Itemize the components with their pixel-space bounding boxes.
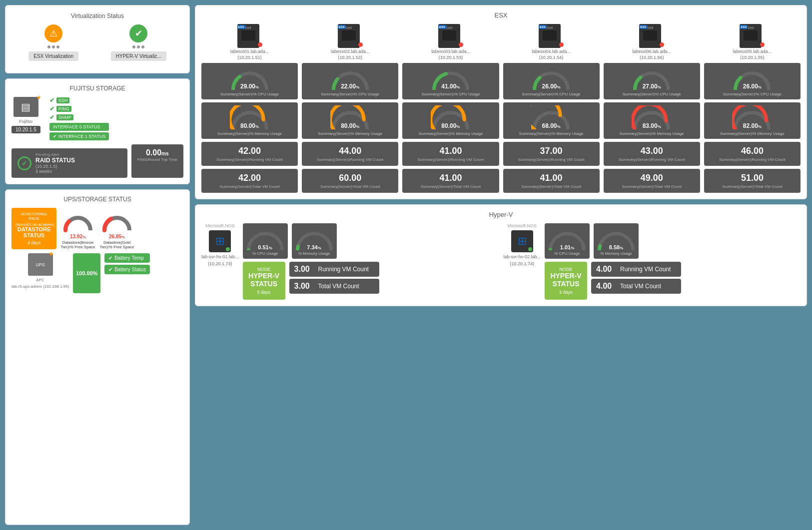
mem-metric-3: 68.00% Summary(Server)\% Memory Usage	[503, 102, 600, 139]
ping-value: 0.00ms	[137, 148, 177, 157]
dot5	[137, 45, 140, 48]
server-screen-3	[543, 30, 557, 40]
interface0-status-btn[interactable]: INTERFACE 0 STATUS	[49, 123, 109, 131]
cpu-metric-5: 26.00% Summary(Server)\% CPU Usage	[704, 63, 801, 99]
mem-val-4: 83.00%	[643, 122, 661, 129]
server-icon-wrap-3: Dell ESX	[539, 24, 564, 48]
total-vm-label-5: Summary(Server)\Total VM Count	[707, 184, 798, 189]
server-name-5: labesxi05.lab.ada...	[733, 49, 772, 54]
esx-server-col-2: Dell ESX labesxi03.lab.ada... (10.20.1.5…	[402, 24, 499, 193]
total-vm-card-2: 41.00 Summary(Server)\Total VM Count	[402, 169, 499, 193]
total-vm-card-1: 60.00 Summary(Server)\Total VM Count	[302, 169, 398, 193]
esx-panel: ESX Dell ESX labesxi01.lab.ada... (10.20…	[195, 5, 807, 199]
running-vm-card-0: 42.00 Summary(Server)\Running VM Count	[201, 142, 298, 166]
hyperv-running-row-1: 4.00 Running VM Count	[591, 262, 681, 277]
server-brand-4: Dell	[647, 26, 653, 29]
hyperv-brand-0: Microsoft.NOS	[205, 223, 235, 228]
server-screen-0	[241, 30, 255, 40]
server-brand-0: Dell	[245, 26, 251, 29]
cpu-metric-2: 41.00% Summary(Server)\% CPU Usage	[402, 63, 499, 99]
hyperv-brand-1: Microsoft.NOS	[508, 223, 537, 228]
server-ip-2: (10.20.1.53)	[439, 55, 463, 60]
esx-server-col-4: Dell ESX labesxi06.lab.ada... (10.20.1.5…	[604, 24, 700, 193]
alert-dot-0	[258, 42, 262, 47]
node-label-0: NODE	[248, 267, 280, 272]
hyperv-mem-gauge-1: 8.58% % Memory Usage	[594, 223, 639, 259]
monitoring-pack: MONITORING PACK (labesxi01.lab.ad.adrem)…	[11, 208, 56, 249]
interface1-status-btn[interactable]: ✔ INTERFACE 1 STATUS	[49, 132, 109, 140]
running-vm-label-0: Summary(Server)\Running VM Count	[204, 157, 295, 162]
hyperv-lower-0: NODE HYPER-VSTATUS 5 days 3.00 Running V…	[243, 262, 379, 300]
cpu-val-0: 29.00%	[240, 83, 259, 90]
mem-gauge-4: 83.00%	[632, 105, 672, 130]
ping-check-icon: ✔	[49, 105, 54, 112]
gauge-bronze: 13.92% Datastore(Bronze Tier)\% Free Spa…	[60, 210, 95, 249]
esx-virt-button[interactable]: ESX Virtualization	[28, 51, 78, 61]
cpu-metric-4: 27.00% Summary(Server)\% CPU Usage	[604, 63, 700, 99]
hyperv-server-1: Microsoft.NOS ⊞ lab-svr-hv-02.lab... (10…	[504, 223, 801, 300]
dot2	[52, 45, 55, 48]
hyperv-running-val-0: 3.00	[294, 265, 314, 274]
cpu-label-2: Summary(Server)\% CPU Usage	[421, 92, 480, 96]
server-icon-wrap-5: Dell ESX	[740, 24, 765, 48]
server-header-1: Dell ESX labesxi02.lab.ada... (10.20.1.5…	[302, 24, 398, 60]
hyperv-cpu-arc-0: 0.51%	[245, 226, 285, 251]
dot1	[47, 45, 50, 48]
node-days-0: 5 days	[248, 290, 280, 295]
mem-label-2: Summary(Server)\% Memory Usage	[418, 131, 483, 136]
fujitsu-storage-card: FUJITSU STORAGE ★ Fujitsu 10.20.1.5 ✔ SS…	[5, 78, 190, 184]
hyperv-name-0: lab-svr-hv-01.lab...	[201, 254, 239, 259]
running-vm-card-3: 37.00 Summary(Server)\Running VM Count	[503, 142, 600, 166]
server-name-2: labesxi03.lab.ada...	[431, 49, 470, 54]
hyperv-icon-0: Microsoft.NOS ⊞ lab-svr-hv-01.lab... (10…	[201, 223, 239, 266]
mem-metric-2: 80.00% Summary(Server)\% Memory Usage	[402, 102, 499, 139]
mem-label-0: Summary(Server)\% Memory Usage	[217, 131, 282, 136]
mem-val-3: 68.00%	[542, 122, 561, 129]
alert-dot-5	[760, 42, 765, 47]
windows-icon-0: ⊞	[215, 235, 224, 248]
hyperv-mem-arc-1: 8.58%	[596, 226, 636, 251]
server-ip-0: (10.20.1.51)	[237, 55, 262, 60]
mem-val-1: 80.00%	[341, 122, 359, 129]
hyperv-virt-button[interactable]: HYPER-V Virtualiz...	[111, 51, 166, 61]
total-vm-val-3: 41.00	[506, 173, 597, 183]
server-icon-wrap-1: Dell ESX	[338, 24, 363, 48]
virt-item-hyperv: ✔ HYPER-V Virtualiz...	[111, 24, 166, 61]
server-brand-3: Dell	[547, 26, 553, 29]
ssh-check-label: SSH	[56, 97, 70, 103]
fujitsu-title: FUJITSU STORAGE	[11, 85, 183, 92]
mem-label-4: Summary(Server)\% Memory Usage	[620, 131, 684, 136]
hyperv-total-row-0: 3.00 Total VM Count	[289, 279, 379, 294]
fujitsu-ip: 10.20.1.5	[11, 126, 40, 133]
fujitsu-label: Fujitsu	[19, 119, 33, 124]
total-vm-card-4: 49.00 Summary(Server)\Total VM Count	[604, 169, 700, 193]
alert-dot-1	[358, 42, 363, 47]
running-vm-val-1: 44.00	[305, 146, 395, 156]
cpu-val-1: 22.00%	[341, 83, 359, 90]
cpu-gauge-3: 26.00%	[531, 66, 571, 91]
running-vm-val-2: 41.00	[405, 146, 496, 156]
hyperv-mem-label-0: % Memory Usage	[298, 251, 330, 256]
node-title-0: HYPER-VSTATUS	[248, 272, 280, 288]
esx-server-col-3: Dell ESX labesxi04.lab.ada... (10.20.1.5…	[503, 24, 600, 193]
server-screen-1	[342, 30, 356, 40]
running-vm-card-5: 46.00 Summary(Server)\Running VM Count	[704, 142, 801, 166]
dot6	[141, 45, 144, 48]
virt-item-esx: ⚠ ESX Virtualization	[28, 24, 78, 61]
total-vm-label-4: Summary(Server)\Total VM Count	[607, 184, 697, 189]
cpu-gauge-0: 29.00%	[230, 66, 270, 91]
ups-star-icon: ★	[48, 250, 54, 257]
hyperv-ip-1: (10.20.1.74)	[510, 261, 534, 266]
server-screen-2	[442, 30, 456, 40]
hyperv-panel-title: Hyper-V	[201, 211, 801, 218]
esx-panel-title: ESX	[201, 11, 801, 19]
star-icon: ★	[36, 94, 41, 101]
running-vm-label-1: Summary(Server)\Running VM Count	[305, 157, 395, 162]
raid-title: RAID STATUS	[35, 157, 75, 164]
running-vm-val-4: 43.00	[607, 146, 697, 156]
server-header-3: Dell ESX labesxi04.lab.ada... (10.20.1.5…	[503, 24, 600, 60]
battery-checks: ✔ Battery Temp ✔ Battery Status	[104, 253, 150, 274]
cpu-gauge-4: 27.00%	[632, 66, 672, 91]
running-vm-card-1: 44.00 Summary(Server)\Running VM Count	[302, 142, 398, 166]
hyperv-tower-1: ⊞	[511, 230, 533, 252]
